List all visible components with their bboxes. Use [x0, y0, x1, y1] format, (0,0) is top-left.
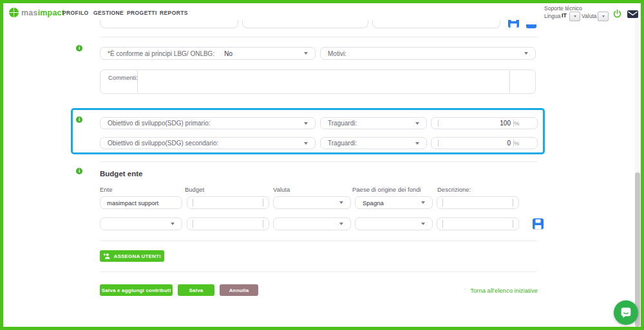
- chevron-down-icon: [421, 201, 425, 204]
- sdg-primary-percent-input[interactable]: 100 %: [431, 117, 538, 129]
- lingua-label: Lingua: [544, 13, 561, 19]
- chevron-down-icon: [524, 52, 528, 55]
- budget-row2-valuta-select[interactable]: [273, 217, 351, 230]
- nav-profilo[interactable]: PROFILO: [62, 10, 89, 16]
- lbg-conformity-label: *È conforme ai principi LBG/ ONLBG:: [108, 50, 214, 57]
- budget-row2-ente-select[interactable]: [100, 217, 182, 230]
- chevron-down-icon: [415, 142, 419, 145]
- power-icon[interactable]: [612, 9, 622, 19]
- budget-row2-paese-select[interactable]: [355, 217, 433, 230]
- info-icon: [76, 116, 82, 123]
- budget-section-title: Budget ente: [100, 170, 142, 178]
- input-inner: [193, 199, 263, 206]
- section-divider: [100, 271, 538, 272]
- lbg-conformity-value: No: [224, 50, 232, 57]
- col-header-budget: Budget: [185, 186, 204, 193]
- budget-row2-budget-input[interactable]: [187, 217, 269, 230]
- col-header-ente: Ente: [100, 186, 113, 193]
- section-divider: [100, 161, 538, 162]
- motivi-select[interactable]: Motivi:: [320, 47, 536, 60]
- sdg-secondary-label: Obiettivo di sviluppo(SDG) secondario:: [108, 140, 218, 147]
- commenti-textarea[interactable]: Commenti:: [100, 69, 536, 94]
- scrollbar-track[interactable]: [635, 20, 640, 327]
- chevron-down-icon: [574, 15, 576, 17]
- salva-button[interactable]: Salva: [178, 284, 214, 296]
- chevron-down-icon: [304, 122, 308, 125]
- support-text: Soporte técnico: [544, 5, 582, 12]
- budget-row1-ente-value: masimpact support: [107, 199, 158, 206]
- valuta-select[interactable]: [598, 12, 609, 21]
- scrollbar-thumb[interactable]: [635, 172, 640, 327]
- sdg-secondary-percent-value: 0: [438, 140, 514, 147]
- chevron-down-icon: [602, 15, 605, 17]
- valuta-label: Valuta: [582, 13, 596, 19]
- budget-row2-descrizione-input[interactable]: [437, 217, 519, 230]
- annulla-button[interactable]: Annulla: [220, 284, 258, 296]
- chevron-down-icon: [421, 223, 425, 225]
- salva-aggiungi-button[interactable]: Salva e aggiungi contributi: [100, 284, 173, 296]
- save-budget-row-icon[interactable]: [533, 218, 544, 230]
- budget-row1-budget-input[interactable]: [187, 196, 269, 209]
- field-divider: [509, 71, 510, 93]
- budget-row1-descrizione-input[interactable]: [437, 196, 519, 209]
- input-inner: [442, 199, 513, 206]
- col-header-paese: Paese di origine dei fondi: [352, 186, 421, 193]
- input-inner: [442, 220, 513, 228]
- lingua-value: IT: [562, 12, 567, 19]
- budget-row1-valuta-select[interactable]: [273, 196, 351, 209]
- chevron-down-icon: [339, 201, 343, 204]
- app-window: *È conforme ai principi LBG/ ONLBG: No M…: [0, 0, 644, 330]
- info-icon: [76, 45, 82, 51]
- brand-suffix: impact: [38, 8, 65, 17]
- input-inner: [193, 220, 263, 228]
- percent-suffix: %: [514, 138, 519, 149]
- budget-row1-paese-select[interactable]: Spagna: [355, 196, 433, 209]
- chat-widget-button[interactable]: [614, 300, 638, 325]
- lbg-conformity-select[interactable]: *È conforme ai principi LBG/ ONLBG: No: [100, 47, 316, 60]
- assegna-utenti-label: ASSEGNA UTENTI: [113, 253, 160, 259]
- percent-suffix: %: [514, 118, 519, 129]
- budget-row1-paese-value: Spagna: [363, 199, 384, 206]
- chat-bubble-icon: [619, 306, 633, 320]
- mail-icon[interactable]: [627, 10, 638, 18]
- traguardi-label: Traguardi:: [328, 120, 357, 127]
- sdg-primary-percent-value: 100: [438, 120, 514, 127]
- nav-reports[interactable]: REPORTS: [160, 10, 188, 16]
- budget-row1-ente-field[interactable]: masimpact support: [100, 196, 182, 209]
- commenti-label: Commenti:: [100, 70, 138, 81]
- chevron-down-icon: [415, 122, 419, 125]
- torna-elenco-link[interactable]: Torna all'elenco iniziative: [422, 287, 538, 294]
- field-divider: [137, 71, 138, 93]
- sdg-secondary-select[interactable]: Obiettivo di sviluppo(SDG) secondario:: [100, 137, 316, 149]
- chevron-down-icon: [171, 223, 175, 225]
- sdg-primary-label: Obiettivo di sviluppo(SDG) primario:: [108, 120, 211, 127]
- section-divider: [100, 37, 538, 37]
- sdg-primary-select[interactable]: Obiettivo di sviluppo(SDG) primario:: [100, 117, 316, 129]
- info-icon: [76, 168, 82, 174]
- section-divider: [100, 241, 538, 241]
- traguardi-label: Traguardi:: [328, 140, 357, 147]
- motivi-label: Motivi:: [328, 50, 346, 57]
- salva-aggiungi-label: Salva e aggiungi contributi: [102, 288, 171, 293]
- sdg-secondary-percent-input[interactable]: 0 %: [431, 137, 538, 149]
- chevron-down-icon: [304, 142, 308, 145]
- brand-name[interactable]: masimpact: [21, 8, 64, 17]
- col-header-descrizione: Descrizione:: [437, 186, 471, 193]
- nav-progetti[interactable]: PROGETTI: [127, 10, 157, 16]
- sdg-secondary-traguardi-select[interactable]: Traguardi:: [320, 137, 427, 149]
- salva-label: Salva: [189, 288, 204, 293]
- sdg-primary-traguardi-select[interactable]: Traguardi:: [320, 117, 427, 129]
- add-user-icon: [103, 253, 111, 259]
- annulla-label: Annulla: [229, 288, 249, 293]
- masimpact-logo-icon: [9, 8, 19, 17]
- save-icon-partial[interactable]: [526, 24, 536, 28]
- lingua-select[interactable]: [569, 12, 580, 21]
- chevron-down-icon: [339, 223, 343, 225]
- chevron-down-icon: [304, 52, 308, 55]
- nav-gestione[interactable]: GESTIONE: [93, 10, 124, 16]
- brand-prefix: mas: [21, 8, 38, 17]
- col-header-valuta: Valuta: [273, 186, 290, 193]
- assegna-utenti-button[interactable]: ASSEGNA UTENTI: [100, 250, 164, 262]
